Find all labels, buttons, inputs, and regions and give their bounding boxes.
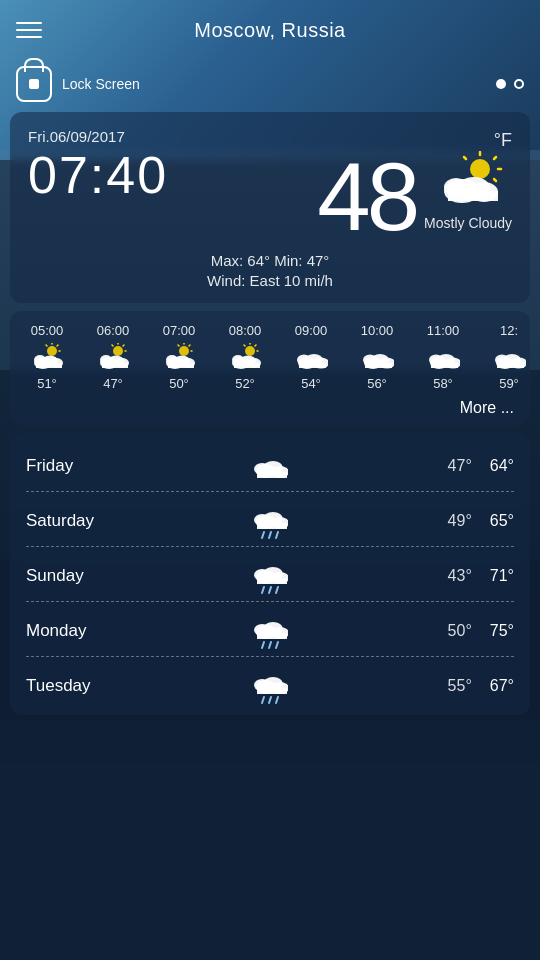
lock-screen-row: Lock Screen	[0, 60, 540, 112]
svg-point-60	[363, 355, 377, 366]
day-name: Saturday	[26, 511, 136, 531]
hour-temp: 51°	[37, 376, 57, 391]
hour-temp: 56°	[367, 376, 387, 391]
day-row: Tuesday 55° 67°	[26, 657, 514, 711]
svg-line-89	[262, 587, 264, 593]
svg-line-105	[262, 697, 264, 703]
svg-line-4	[494, 179, 496, 181]
day-icon-wrap	[136, 451, 404, 481]
day-max-temp: 75°	[490, 622, 514, 640]
max-min-row: Max: 64° Min: 47°	[28, 252, 512, 269]
day-name: Sunday	[26, 566, 136, 586]
dot-1[interactable]	[496, 79, 506, 89]
hour-temp: 47°	[103, 376, 123, 391]
svg-point-80	[254, 514, 270, 526]
hour-time: 07:00	[163, 323, 196, 338]
day-max-temp: 71°	[490, 567, 514, 585]
hour-item: 09:00 54°	[278, 321, 344, 393]
day-min-temp: 47°	[448, 457, 472, 475]
hour-time: 11:00	[427, 323, 460, 338]
header: Moscow, Russia	[0, 0, 540, 60]
hour-item: 10:00 56°	[344, 321, 410, 393]
day-icon-wrap	[136, 671, 404, 701]
svg-point-41	[245, 346, 255, 356]
temperature-display: 48	[317, 151, 416, 242]
weather-details: Max: 64° Min: 47° Wind: East 10 mi/h	[28, 252, 512, 289]
hour-item: 11:00 58°	[410, 321, 476, 393]
hour-icon	[492, 343, 526, 371]
day-weather-icon	[252, 451, 288, 481]
hour-item: 07:00 50°	[146, 321, 212, 393]
day-min-temp: 50°	[448, 622, 472, 640]
hour-item: 05:00 51°	[14, 321, 80, 393]
day-max-temp: 67°	[490, 677, 514, 695]
day-row: Sunday 43° 71°	[26, 547, 514, 602]
day-row: Monday 50° 75°	[26, 602, 514, 657]
day-temps: 43° 71°	[404, 567, 514, 585]
day-icon-wrap	[136, 616, 404, 646]
svg-line-33	[189, 345, 190, 346]
svg-line-98	[269, 642, 271, 648]
svg-point-20	[34, 355, 46, 365]
day-temps: 49° 65°	[404, 512, 514, 530]
svg-point-40	[166, 355, 178, 365]
hour-temp: 54°	[301, 376, 321, 391]
hour-icon	[360, 343, 394, 371]
hour-temp: 58°	[433, 376, 453, 391]
svg-point-88	[254, 569, 270, 581]
svg-line-35	[178, 345, 179, 346]
time-display: 07:40	[28, 149, 168, 201]
svg-point-0	[470, 159, 490, 179]
day-max-temp: 64°	[490, 457, 514, 475]
svg-line-43	[255, 345, 256, 346]
hour-icon	[162, 343, 196, 371]
weather-main-card: Fri.06/09/2017 07:40 °F 48	[10, 112, 530, 303]
svg-point-31	[179, 346, 189, 356]
svg-point-96	[254, 624, 270, 636]
city-title: Moscow, Russia	[194, 19, 346, 42]
weather-condition-icon	[428, 151, 508, 211]
svg-point-75	[254, 463, 270, 475]
lock-label: Lock Screen	[62, 76, 140, 92]
svg-point-55	[297, 355, 311, 366]
svg-point-21	[113, 346, 123, 356]
hour-temp: 52°	[235, 376, 255, 391]
svg-point-10	[444, 178, 468, 196]
hour-time: 08:00	[229, 323, 262, 338]
svg-line-97	[262, 642, 264, 648]
date-display: Fri.06/09/2017	[28, 128, 168, 145]
day-weather-icon	[252, 561, 288, 591]
day-temps: 47° 64°	[404, 457, 514, 475]
svg-line-91	[276, 587, 278, 593]
temp-unit: °F	[494, 130, 512, 151]
svg-line-15	[46, 345, 47, 346]
svg-line-83	[276, 532, 278, 538]
svg-line-13	[57, 345, 58, 346]
svg-line-107	[276, 697, 278, 703]
day-weather-icon	[252, 671, 288, 701]
svg-point-70	[495, 355, 509, 366]
day-name: Monday	[26, 621, 136, 641]
menu-button[interactable]	[16, 22, 42, 38]
svg-line-106	[269, 697, 271, 703]
svg-line-23	[123, 345, 124, 346]
svg-line-2	[494, 157, 496, 159]
day-min-temp: 55°	[448, 677, 472, 695]
day-icon-wrap	[136, 506, 404, 536]
hour-time: 12:	[500, 323, 518, 338]
hour-temp: 50°	[169, 376, 189, 391]
day-min-temp: 49°	[448, 512, 472, 530]
svg-line-82	[269, 532, 271, 538]
lock-left[interactable]: Lock Screen	[16, 66, 140, 102]
page-dots	[496, 79, 524, 89]
day-weather-icon	[252, 506, 288, 536]
hour-item: 06:00 47°	[80, 321, 146, 393]
hourly-forecast-section: 05:00 51° 06:00 47°	[10, 311, 530, 425]
day-name: Friday	[26, 456, 136, 476]
day-name: Tuesday	[26, 676, 136, 696]
hour-icon	[96, 343, 130, 371]
svg-line-99	[276, 642, 278, 648]
svg-point-30	[100, 355, 112, 365]
more-button[interactable]: More ...	[460, 399, 514, 417]
dot-2[interactable]	[514, 79, 524, 89]
